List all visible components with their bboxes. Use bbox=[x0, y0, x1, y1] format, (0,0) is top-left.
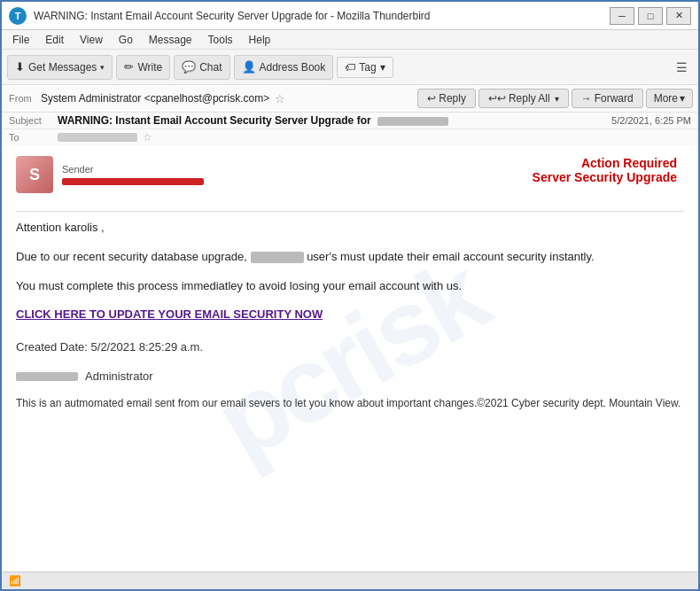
main-toolbar: ⬇ Get Messages ▾ ✏ Write 💬 Chat 👤 Addres… bbox=[2, 50, 698, 85]
sender-card: S Sender bbox=[16, 156, 204, 193]
get-messages-button[interactable]: ⬇ Get Messages ▾ bbox=[7, 55, 113, 80]
from-address: System Administrator <cpanelhost@pcrisk.… bbox=[41, 92, 269, 105]
reply-all-dropdown-icon[interactable]: ▾ bbox=[555, 94, 559, 104]
menu-bar: File Edit View Go Message Tools Help bbox=[2, 30, 698, 50]
reply-all-icon: ↩↩ bbox=[488, 92, 506, 105]
menu-go[interactable]: Go bbox=[112, 32, 140, 48]
email-date: 5/2/2021, 6:25 PM bbox=[611, 115, 691, 126]
divider bbox=[16, 211, 684, 212]
action-required-text: Action Required bbox=[533, 156, 677, 170]
subject-blurred bbox=[377, 117, 448, 126]
created-date: Created Date: 5/2/2021 8:25:29 a.m. bbox=[16, 338, 684, 357]
from-label: From bbox=[9, 93, 35, 104]
subject-value: WARNING: Instant Email Account Security … bbox=[58, 114, 611, 127]
menu-tools[interactable]: Tools bbox=[201, 32, 240, 48]
to-label: To bbox=[9, 132, 58, 143]
forward-icon: → bbox=[581, 92, 592, 105]
footer-note: This is an autmomated email sent from ou… bbox=[16, 395, 684, 411]
blurred-domain bbox=[251, 252, 304, 263]
server-upgrade-text: Server Security Upgrade bbox=[533, 170, 677, 184]
email-body: S Sender Action Required Server Security… bbox=[2, 145, 698, 432]
reply-section: ↩ Reply ↩↩ Reply All ▾ → Forward More ▾ bbox=[412, 85, 698, 112]
sender-bar bbox=[62, 178, 204, 185]
sender-avatar: S bbox=[16, 156, 53, 193]
action-required-block: Action Required Server Security Upgrade bbox=[533, 156, 684, 184]
more-button[interactable]: More ▾ bbox=[646, 89, 693, 108]
status-bar: 📶 bbox=[2, 572, 698, 589]
app-icon: T bbox=[9, 7, 27, 25]
menu-view[interactable]: View bbox=[73, 32, 110, 48]
window-title: WARNING: Instant Email Account Security … bbox=[34, 10, 431, 22]
more-dropdown-icon: ▾ bbox=[680, 92, 685, 105]
to-row: To ☆ bbox=[2, 129, 698, 145]
menu-message[interactable]: Message bbox=[142, 32, 199, 48]
status-icon: 📶 bbox=[9, 575, 21, 587]
reply-all-button[interactable]: ↩↩ Reply All ▾ bbox=[478, 89, 569, 108]
subject-row: Subject WARNING: Instant Email Account S… bbox=[2, 113, 698, 129]
chat-icon: 💬 bbox=[182, 60, 196, 74]
menu-help[interactable]: Help bbox=[242, 32, 278, 48]
to-blurred bbox=[58, 133, 137, 142]
reply-arrow-icon: ↩ bbox=[427, 92, 436, 105]
greeting: Attention karolis , bbox=[16, 219, 684, 237]
admin-title: Administrator bbox=[85, 368, 153, 386]
menu-file[interactable]: File bbox=[5, 32, 36, 48]
subject-label: Subject bbox=[9, 115, 58, 126]
menu-edit[interactable]: Edit bbox=[38, 32, 71, 48]
sender-label: Sender bbox=[62, 164, 204, 175]
write-icon: ✏ bbox=[124, 60, 134, 74]
address-book-button[interactable]: 👤 Address Book bbox=[234, 55, 334, 80]
app-window: T WARNING: Instant Email Account Securit… bbox=[0, 0, 700, 591]
window-controls: ─ □ ✕ bbox=[610, 7, 691, 25]
footer-admin: Administrator bbox=[16, 368, 684, 386]
sender-info: Sender bbox=[62, 164, 204, 185]
address-book-icon: 👤 bbox=[242, 60, 256, 74]
update-link[interactable]: CLICK HERE TO UPDATE YOUR EMAIL SECURITY… bbox=[16, 306, 684, 324]
to-star-icon[interactable]: ☆ bbox=[143, 131, 152, 144]
tag-button[interactable]: 🏷 Tag ▾ bbox=[337, 57, 393, 78]
maximize-button[interactable]: □ bbox=[638, 7, 663, 25]
from-actions-row: From System Administrator <cpanelhost@pc… bbox=[2, 85, 698, 113]
tag-icon: 🏷 bbox=[345, 61, 355, 74]
reply-button[interactable]: ↩ Reply bbox=[417, 89, 476, 108]
email-body-container[interactable]: pcrisk S Sender Action Required Server S… bbox=[2, 145, 698, 572]
paragraph1: Due to our recent security database upgr… bbox=[16, 248, 684, 267]
star-icon[interactable]: ☆ bbox=[275, 92, 285, 105]
admin-name-blurred bbox=[16, 372, 78, 381]
hamburger-menu-button[interactable]: ☰ bbox=[671, 57, 693, 78]
title-bar: T WARNING: Instant Email Account Securit… bbox=[2, 2, 698, 30]
from-section: From System Administrator <cpanelhost@pc… bbox=[2, 89, 412, 109]
paragraph2: You must complete this process immediatl… bbox=[16, 277, 684, 296]
get-messages-icon: ⬇ bbox=[15, 60, 25, 74]
close-button[interactable]: ✕ bbox=[666, 7, 691, 25]
chat-button[interactable]: 💬 Chat bbox=[174, 55, 229, 80]
write-button[interactable]: ✏ Write bbox=[116, 55, 170, 80]
forward-button[interactable]: → Forward bbox=[572, 89, 643, 108]
minimize-button[interactable]: ─ bbox=[610, 7, 634, 25]
email-content: Attention karolis , Due to our recent se… bbox=[16, 219, 684, 411]
